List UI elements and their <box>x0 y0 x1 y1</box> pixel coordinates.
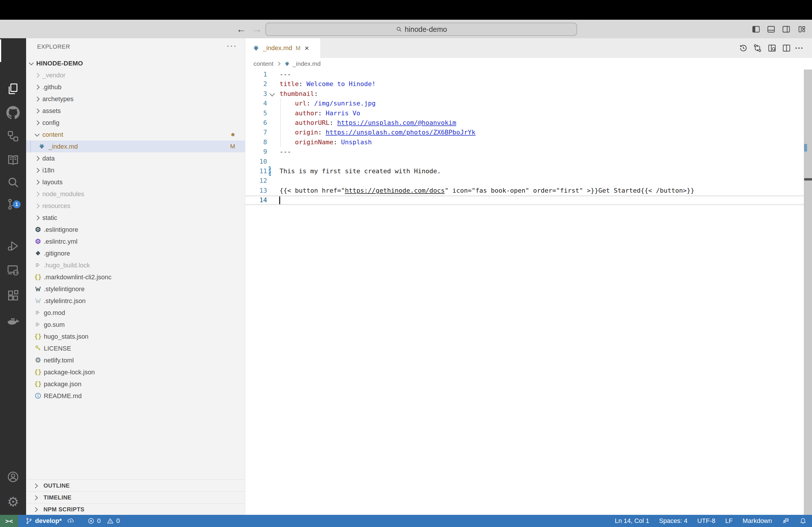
tree-row-package-json[interactable]: {}package.json <box>26 378 245 390</box>
toggle-primary-sidebar-icon[interactable] <box>751 25 761 34</box>
back-arrow-button[interactable]: ← <box>235 24 247 34</box>
timeline-section[interactable]: TIMELINE <box>26 491 245 503</box>
code-line-14[interactable]: 14 <box>245 195 812 205</box>
docker-icon[interactable] <box>0 310 26 333</box>
cursor-position-item[interactable]: Ln 14, Col 1 <box>615 517 649 525</box>
remote-indicator[interactable]: >< <box>0 515 18 527</box>
modified-dot-badge: ● <box>231 130 235 139</box>
explorer-icon[interactable] <box>0 77 26 101</box>
tree-row-static[interactable]: static <box>26 212 245 224</box>
tree-row--stylelintrc-json[interactable]: .stylelintrc.json <box>26 295 245 307</box>
tree-row--eslintrc-yml[interactable]: .eslintrc.yml <box>26 236 245 247</box>
tree-row-resources[interactable]: resources <box>26 200 245 212</box>
code-line-1[interactable]: 1--- <box>245 70 812 79</box>
explorer-more-actions-icon[interactable]: ··· <box>227 41 237 50</box>
close-tab-icon[interactable]: × <box>304 44 309 53</box>
tree-row-layouts[interactable]: layouts <box>26 176 245 188</box>
source-control-icon[interactable]: 1 <box>0 192 26 216</box>
code-line-8[interactable]: 8 originName: Unsplash <box>245 137 812 147</box>
tree-row--stylelintignore[interactable]: .stylelintignore <box>26 283 245 295</box>
code-link[interactable]: https://unsplash.com/photos/ZX6BPboJrYk <box>326 129 476 136</box>
code-token: : <box>306 100 314 107</box>
tree-row-i18n[interactable]: i18n <box>26 164 245 176</box>
tree-row--eslintignore[interactable]: .eslintignore <box>26 224 245 236</box>
eol-item[interactable]: LF <box>725 517 733 525</box>
notifications-bell-icon[interactable] <box>799 517 807 525</box>
search-icon[interactable] <box>0 170 26 194</box>
code-line-9[interactable]: 9--- <box>245 147 812 157</box>
code-line-12[interactable]: 12 <box>245 176 812 186</box>
tree-item-label: netlify.toml <box>44 357 74 364</box>
tree-row-go-sum[interactable]: go.sum <box>26 319 245 331</box>
chevron-right-icon <box>33 484 38 488</box>
forward-arrow-button[interactable]: → <box>251 24 263 34</box>
publish-changes-item[interactable] <box>67 517 74 525</box>
tree-row-hugo-stats-json[interactable]: {}hugo_stats.json <box>26 331 245 343</box>
code-token: --- <box>279 148 291 155</box>
tree-row-readme-md[interactable]: README.md <box>26 390 245 402</box>
split-editor-icon[interactable] <box>782 43 792 54</box>
accounts-icon[interactable] <box>0 465 26 489</box>
tree-row--github[interactable]: .github <box>26 81 245 93</box>
encoding-item[interactable]: UTF-8 <box>697 517 715 525</box>
tree-root-row[interactable]: HINODE-DEMO <box>26 57 245 69</box>
breadcrumb-folder[interactable]: content <box>253 60 274 67</box>
customize-layout-icon[interactable] <box>797 25 807 34</box>
tree-row-netlify-toml[interactable]: ⚙netlify.toml <box>26 354 245 366</box>
code-line-2[interactable]: 2title: Welcome to Hinode! <box>245 79 812 89</box>
code-link[interactable]: https://unsplash.com/@hoanvokim <box>337 119 456 126</box>
eslint-dark-icon <box>34 225 42 234</box>
problems-item[interactable]: 0 0 <box>87 517 120 525</box>
code-line-11[interactable]: 11This is my first site created with Hin… <box>245 166 812 176</box>
tree-row-package-lock-json[interactable]: {}package-lock.json <box>26 366 245 378</box>
tree-row-license[interactable]: LICENSE <box>26 343 245 354</box>
code-line-7[interactable]: 7 origin: https://unsplash.com/photos/ZX… <box>245 127 812 137</box>
tree-row--markdownlint-cli2-jsonc[interactable]: {}.markdownlint-cli2.jsonc <box>26 271 245 283</box>
code-line-13[interactable]: 13{{< button href="https://gethinode.com… <box>245 186 812 196</box>
code-line-6[interactable]: 6 authorURL: https://unsplash.com/@hoanv… <box>245 118 812 128</box>
settings-gear-icon[interactable]: ⚙ <box>0 490 26 514</box>
tree-row--index-md[interactable]: _index.mdM <box>26 140 245 152</box>
remote-explorer-icon[interactable] <box>0 258 26 282</box>
code-line-3[interactable]: 3thumbnail: <box>245 89 812 99</box>
editor-group: _index.md M × content <box>245 38 812 515</box>
tree-row-archetypes[interactable]: archetypes <box>26 93 245 105</box>
tree-row--gitignore[interactable]: .gitignore <box>26 247 245 259</box>
feedback-icon[interactable] <box>782 517 789 525</box>
open-changes-icon[interactable] <box>753 43 763 54</box>
git-branch-item[interactable]: develop* <box>25 517 62 525</box>
tab-index-md[interactable]: _index.md M × <box>245 38 320 58</box>
code-link[interactable]: https://gethinode.com/docs <box>345 187 445 194</box>
run-debug-icon[interactable] <box>0 234 26 258</box>
breadcrumb-file[interactable]: _index.md <box>293 60 321 67</box>
language-mode-item[interactable]: Markdown <box>743 517 772 525</box>
timeline-history-icon[interactable] <box>738 43 749 54</box>
tree-row--hugo-build-lock[interactable]: .hugo_build.lock <box>26 259 245 271</box>
github-icon[interactable] <box>0 101 26 124</box>
book-open-icon[interactable] <box>0 148 26 172</box>
tree-row-content[interactable]: content● <box>26 129 245 140</box>
chevron-right-icon <box>35 168 40 173</box>
command-center-search[interactable]: hinode-demo <box>265 22 577 36</box>
extensions-icon[interactable] <box>0 284 26 307</box>
tree-row-assets[interactable]: assets <box>26 105 245 117</box>
code-line-10[interactable]: 10 <box>245 157 812 167</box>
tree-row-go-mod[interactable]: go.mod <box>26 307 245 319</box>
breadcrumb[interactable]: content _index.md <box>245 58 812 70</box>
toggle-secondary-sidebar-icon[interactable] <box>781 25 791 34</box>
tree-row-config[interactable]: config <box>26 117 245 129</box>
overview-ruler-scrollbar[interactable] <box>804 70 812 515</box>
linked-squares-icon[interactable] <box>0 124 26 148</box>
more-actions-icon[interactable] <box>794 43 804 54</box>
open-preview-icon[interactable] <box>767 43 778 54</box>
tree-row--vendor[interactable]: _vendor <box>26 69 245 81</box>
code-line-5[interactable]: 5 author: Harris Vo <box>245 108 812 118</box>
tree-row-data[interactable]: data <box>26 152 245 164</box>
code-line-4[interactable]: 4 url: /img/sunrise.jpg <box>245 99 812 108</box>
indentation-item[interactable]: Spaces: 4 <box>659 517 687 525</box>
npm-scripts-section[interactable]: NPM SCRIPTS <box>26 503 245 515</box>
status-bar-right: Ln 14, Col 1 Spaces: 4 UTF-8 LF Markdown <box>605 517 812 525</box>
tree-row-node-modules[interactable]: node_modules <box>26 188 245 200</box>
outline-section[interactable]: OUTLINE <box>26 480 245 492</box>
toggle-panel-icon[interactable] <box>766 25 776 34</box>
